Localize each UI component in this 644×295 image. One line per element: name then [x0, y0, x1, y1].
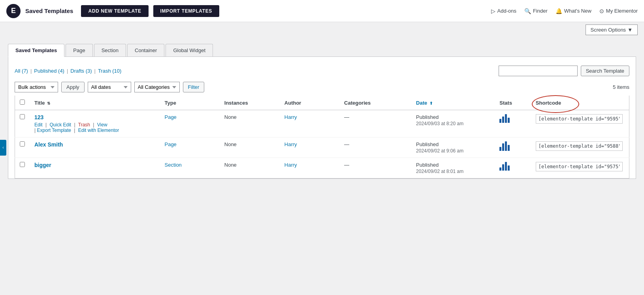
row-instances-cell: None	[220, 137, 280, 158]
tab-saved-templates[interactable]: Saved Templates	[8, 44, 64, 57]
row-stats-cell	[495, 110, 531, 137]
select-all-checkbox[interactable]	[20, 100, 25, 105]
search-input[interactable]	[499, 66, 578, 76]
edit-action[interactable]: Edit	[34, 122, 43, 128]
row-shortcode-cell	[531, 110, 629, 137]
filter-row: Bulk actions Apply All dates All Categor…	[15, 79, 629, 96]
th-instances: Instances	[220, 96, 280, 110]
type-link[interactable]: Section	[164, 162, 181, 168]
row-type-cell: Section	[160, 158, 219, 179]
elementor-logo: E	[6, 4, 21, 18]
row-title-cell: 123 Edit | Quick Edit | Trash | View | E…	[30, 110, 160, 137]
row-author-cell: Harry	[280, 137, 339, 158]
addons-nav-item[interactable]: ▷ Add-ons	[491, 8, 516, 14]
shortcode-field[interactable]	[536, 141, 623, 151]
row-categories-cell: —	[339, 158, 411, 179]
row-date-cell: Published 2024/09/02 at 9:06 am	[411, 137, 495, 158]
stats-bars[interactable]	[499, 162, 510, 171]
stats-bars[interactable]	[499, 141, 510, 151]
row-title-link[interactable]: 123	[34, 114, 43, 120]
templates-table: Title ⇅ Type Instances Author Categories	[15, 96, 629, 179]
bulk-actions-select[interactable]: Bulk actions	[15, 82, 58, 92]
status-published[interactable]: Published (4)	[34, 68, 64, 74]
filter-section: All (7) | Published (4) | Drafts (3) | T…	[8, 57, 636, 179]
screen-options-button[interactable]: Screen Options ▼	[586, 24, 638, 35]
row-title-link[interactable]: bigger	[34, 162, 51, 168]
screen-options-bar: Screen Options ▼	[0, 22, 644, 38]
view-action[interactable]: View	[97, 122, 107, 128]
stats-bars[interactable]	[499, 114, 510, 123]
th-categories: Categories	[339, 96, 411, 110]
author-link[interactable]: Harry	[284, 162, 297, 168]
sidebar-toggle-arrow[interactable]: ‹	[0, 140, 6, 156]
status-all[interactable]: All (7)	[15, 68, 28, 74]
bar4	[508, 145, 510, 151]
type-link[interactable]: Page	[164, 141, 176, 147]
author-link[interactable]: Harry	[284, 114, 297, 120]
row-actions: Edit | Quick Edit | Trash | View | Expor…	[34, 122, 155, 133]
sep3: |	[94, 68, 96, 74]
status-links: All (7) | Published (4) | Drafts (3) | T…	[15, 63, 121, 79]
search-template-button[interactable]: Search Template	[581, 66, 629, 76]
tab-global-widget[interactable]: Global Widget	[166, 44, 213, 56]
th-shortcode: Shortcode	[531, 96, 629, 110]
th-author: Author	[280, 96, 339, 110]
table-row: 123 Edit | Quick Edit | Trash | View | E…	[15, 110, 629, 137]
trash-action[interactable]: Trash	[78, 122, 90, 128]
finder-nav-item[interactable]: 🔍 Finder	[524, 8, 548, 14]
myelementor-label: My Elementor	[606, 8, 638, 14]
export-template-action[interactable]: Export Template	[37, 128, 71, 133]
sep: |	[74, 122, 75, 128]
sep: |	[74, 128, 75, 133]
status-trash[interactable]: Trash (10)	[98, 68, 121, 74]
shortcode-header-wrapper: Shortcode	[536, 100, 561, 106]
bar2	[502, 164, 504, 171]
row-checkbox[interactable]	[20, 162, 25, 167]
top-bar-nav: ▷ Add-ons 🔍 Finder 🔔 What's New ⊙ My Ele…	[491, 8, 638, 14]
quick-edit-action[interactable]: Quick Edit	[50, 122, 72, 128]
type-link[interactable]: Page	[164, 114, 176, 120]
shortcode-field[interactable]	[536, 114, 623, 124]
table-row: bigger Section None Harry — Pu	[15, 158, 629, 179]
author-link[interactable]: Harry	[284, 141, 297, 147]
row-categories-cell: —	[339, 137, 411, 158]
row-shortcode-cell	[531, 158, 629, 179]
row-checkbox[interactable]	[20, 114, 25, 119]
row-checkbox-cell	[15, 137, 30, 158]
row-shortcode-cell	[531, 137, 629, 158]
bar2	[502, 143, 504, 151]
shortcode-field[interactable]	[536, 162, 623, 171]
add-new-template-button[interactable]: ADD NEW TEMPLATE	[81, 5, 148, 17]
logo-letter: E	[11, 7, 16, 15]
apply-button[interactable]: Apply	[61, 82, 85, 92]
row-author-cell: Harry	[280, 158, 339, 179]
all-categories-select[interactable]: All Categories	[134, 82, 180, 92]
row-date-cell: Published 2024/09/02 at 8:01 am	[411, 158, 495, 179]
tab-page[interactable]: Page	[66, 44, 92, 56]
th-date[interactable]: Date ⬆	[411, 96, 495, 110]
filter-left: Bulk actions Apply All dates All Categor…	[15, 82, 204, 92]
table-header-row: Title ⇅ Type Instances Author Categories	[15, 96, 629, 110]
whatsnew-nav-item[interactable]: 🔔 What's New	[555, 8, 591, 14]
edit-with-elementor-action[interactable]: Edit with Elementor	[78, 128, 119, 133]
row-type-cell: Page	[160, 137, 219, 158]
import-templates-button[interactable]: IMPORT TEMPLATES	[153, 5, 219, 17]
row-title-cell: Alex Smith	[30, 137, 160, 158]
myelementor-nav-item[interactable]: ⊙ My Elementor	[599, 8, 638, 14]
tab-section[interactable]: Section	[94, 44, 126, 56]
row-title-link[interactable]: Alex Smith	[34, 141, 63, 148]
bar4	[508, 118, 510, 123]
screen-options-label: Screen Options	[591, 27, 626, 33]
row-checkbox-cell	[15, 110, 30, 137]
filter-button[interactable]: Filter	[183, 82, 205, 92]
all-dates-select[interactable]: All dates	[88, 82, 131, 92]
tab-container[interactable]: Container	[127, 44, 164, 56]
row-categories-cell: —	[339, 110, 411, 137]
finder-label: Finder	[533, 8, 548, 14]
sep: |	[45, 122, 47, 128]
row-checkbox[interactable]	[20, 141, 25, 147]
row-stats-cell	[495, 137, 531, 158]
row-checkbox-cell	[15, 158, 30, 179]
chevron-down-icon: ▼	[627, 27, 633, 33]
status-drafts[interactable]: Drafts (3)	[70, 68, 92, 74]
